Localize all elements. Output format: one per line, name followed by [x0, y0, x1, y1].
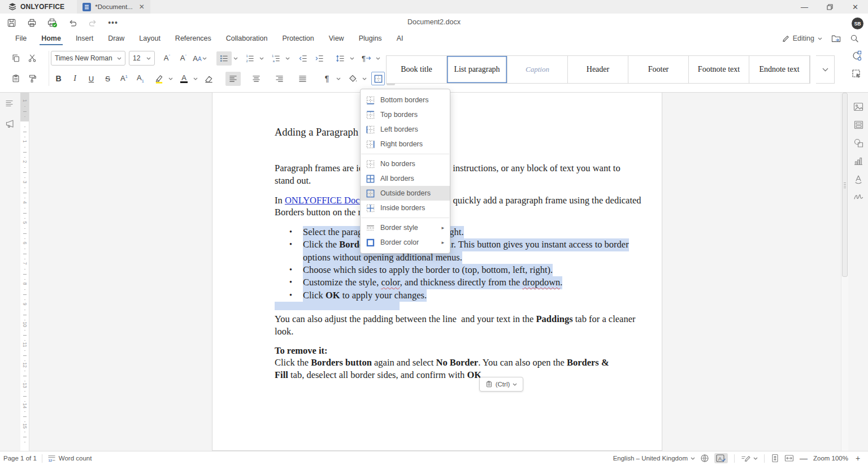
- zoom-level[interactable]: Zoom 100%: [813, 455, 848, 462]
- menu-item-outside-borders[interactable]: Outside borders: [361, 186, 450, 201]
- menu-tab-ai[interactable]: AI: [389, 32, 411, 45]
- text-art-settings-icon[interactable]: [853, 174, 863, 184]
- menu-tab-layout[interactable]: Layout: [132, 32, 168, 45]
- subscript-button[interactable]: A1: [133, 72, 148, 86]
- vertical-ruler[interactable]: 1123456789101112131415: [20, 93, 29, 451]
- font-name-select[interactable]: Times New Roman: [51, 51, 125, 66]
- change-case-button[interactable]: AA: [192, 51, 207, 66]
- language-selector[interactable]: English – United Kingdom: [613, 455, 695, 462]
- vertical-scrollbar[interactable]: [841, 93, 848, 451]
- bullets-arrow[interactable]: [233, 57, 238, 60]
- increment-font-size-button[interactable]: Aˆ: [159, 51, 175, 66]
- menu-tab-collaboration[interactable]: Collaboration: [219, 32, 275, 45]
- menu-item-right-borders[interactable]: Right borders: [361, 137, 450, 151]
- shading-button[interactable]: [345, 72, 361, 86]
- select-all-button[interactable]: [851, 68, 862, 80]
- align-left-button[interactable]: [225, 72, 241, 86]
- track-changes-button[interactable]: [741, 454, 758, 463]
- restore-button[interactable]: [817, 0, 843, 14]
- numbering-button[interactable]: 12: [242, 51, 258, 66]
- numbering-arrow[interactable]: [259, 57, 264, 60]
- align-center-button[interactable]: [249, 72, 264, 86]
- minimize-button[interactable]: —: [792, 0, 817, 14]
- menu-tab-insert[interactable]: Insert: [68, 32, 101, 45]
- scrollbar-thumb[interactable]: [842, 93, 848, 277]
- document-tab[interactable]: *Document... ✕: [77, 0, 150, 14]
- paragraph-direction-button[interactable]: ¶: [359, 51, 374, 66]
- menu-item-top-borders[interactable]: Top borders: [361, 107, 450, 122]
- superscript-button[interactable]: A1: [116, 72, 132, 86]
- align-right-button[interactable]: [272, 72, 287, 86]
- style-list-paragraph[interactable]: List paragraph: [447, 56, 507, 83]
- spell-check-toggle[interactable]: A: [714, 453, 728, 463]
- font-color-arrow[interactable]: [193, 77, 198, 80]
- word-count-button[interactable]: 12 Word count: [47, 454, 92, 462]
- replace-button[interactable]: [851, 50, 862, 61]
- font-color-button[interactable]: A: [176, 72, 192, 86]
- font-size-select[interactable]: 12: [129, 51, 155, 66]
- underline-button[interactable]: U: [84, 72, 99, 86]
- tab-close-icon[interactable]: ✕: [139, 3, 145, 11]
- document-language-icon[interactable]: [700, 454, 709, 463]
- menu-item-inside-borders[interactable]: Inside borders: [361, 201, 450, 215]
- menu-item-left-borders[interactable]: Left borders: [361, 122, 450, 137]
- multilevel-arrow[interactable]: [285, 57, 290, 60]
- line-spacing-button[interactable]: [333, 51, 348, 66]
- format-painter-button[interactable]: [24, 72, 40, 86]
- style-header[interactable]: Header: [568, 56, 628, 83]
- justify-button[interactable]: [295, 72, 310, 86]
- menu-item-bottom-borders[interactable]: Bottom borders: [361, 93, 450, 107]
- italic-button[interactable]: I: [67, 72, 83, 86]
- search-icon[interactable]: [850, 34, 859, 43]
- line-spacing-arrow[interactable]: [349, 57, 354, 60]
- shading-arrow[interactable]: [362, 77, 367, 80]
- menu-item-border-color[interactable]: Border color▸: [361, 235, 450, 250]
- highlight-color-button[interactable]: [151, 72, 167, 86]
- close-button[interactable]: ✕: [843, 0, 868, 14]
- shape-settings-icon[interactable]: [853, 138, 864, 148]
- decrease-indent-button[interactable]: [296, 51, 311, 66]
- decrement-font-size-button[interactable]: Aˇ: [176, 51, 191, 66]
- style-footer[interactable]: Footer: [628, 56, 689, 83]
- header-footer-settings-icon[interactable]: [853, 120, 864, 130]
- increase-indent-button[interactable]: [312, 51, 327, 66]
- chart-settings-icon[interactable]: [853, 156, 863, 166]
- paragraph-direction-arrow[interactable]: [375, 57, 380, 60]
- navigation-panel-icon[interactable]: [5, 99, 15, 108]
- menu-tab-protection[interactable]: Protection: [275, 32, 321, 45]
- clear-style-button[interactable]: [201, 72, 216, 86]
- paste-options-button[interactable]: (Ctrl): [479, 377, 523, 392]
- menu-tab-home[interactable]: Home: [34, 32, 68, 45]
- style-caption[interactable]: Caption: [507, 56, 568, 83]
- bullets-button[interactable]: [216, 51, 232, 66]
- menu-tab-file[interactable]: File: [8, 32, 34, 45]
- highlight-color-arrow[interactable]: [168, 77, 173, 80]
- cut-button[interactable]: [24, 51, 40, 66]
- menu-item-no-borders[interactable]: No borders: [361, 157, 450, 171]
- style-endnote-text[interactable]: Endnote text: [749, 56, 810, 83]
- borders-button[interactable]: [371, 72, 385, 85]
- feedback-icon[interactable]: [5, 119, 16, 129]
- signature-settings-icon[interactable]: [853, 192, 864, 201]
- open-file-location-button[interactable]: [831, 34, 841, 43]
- zoom-out-button[interactable]: —: [799, 454, 808, 463]
- nonprinting-characters-button[interactable]: ¶: [319, 72, 335, 86]
- multilevel-list-button[interactable]: 1a: [268, 51, 284, 66]
- hyperlink[interactable]: ONLYOFFICE Docs: [285, 195, 363, 206]
- editing-mode-button[interactable]: Editing: [782, 34, 822, 43]
- image-settings-icon[interactable]: [853, 102, 864, 112]
- paste-button[interactable]: [8, 72, 23, 86]
- menu-tab-view[interactable]: View: [322, 32, 351, 45]
- page-indicator[interactable]: Page 1 of 1: [3, 455, 37, 462]
- copy-button[interactable]: [8, 51, 23, 66]
- zoom-in-button[interactable]: +: [853, 454, 862, 463]
- menu-item-border-style[interactable]: Border style▸: [361, 220, 450, 235]
- strikethrough-button[interactable]: S: [100, 72, 115, 86]
- styles-gallery-expand-button[interactable]: [816, 55, 835, 84]
- user-avatar[interactable]: SB: [852, 18, 863, 29]
- menu-tab-references[interactable]: References: [168, 32, 219, 45]
- style-footnote-text[interactable]: Footnote text: [689, 56, 749, 83]
- fit-width-button[interactable]: [784, 454, 794, 462]
- fit-page-button[interactable]: [771, 454, 779, 463]
- menu-tab-draw[interactable]: Draw: [101, 32, 132, 45]
